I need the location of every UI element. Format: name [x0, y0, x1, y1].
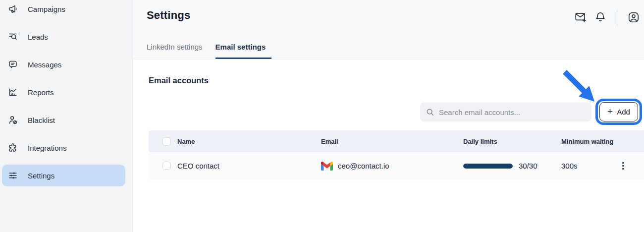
page-title: Settings [147, 9, 190, 22]
column-header-daily-limits: Daily limits [463, 138, 561, 145]
message-bubble-icon [8, 59, 18, 69]
puzzle-icon [8, 143, 18, 153]
sidebar-nav: Campaigns Leads Messages [0, 0, 132, 186]
add-email-account-button[interactable]: + Add [599, 102, 638, 121]
notifications-bell-icon[interactable] [594, 11, 607, 24]
account-name: CEO contact [177, 162, 321, 170]
profile-icon[interactable] [627, 11, 640, 24]
sidebar-item-leads[interactable]: Leads [2, 26, 125, 48]
megaphone-icon [8, 4, 18, 14]
settings-tabs: LinkedIn settings Email settings [147, 43, 271, 59]
search-icon [426, 108, 434, 116]
sidebar-item-reports[interactable]: Reports [2, 81, 125, 103]
sidebar-item-label: Settings [28, 172, 54, 180]
daily-limit-progress-fill [463, 164, 513, 169]
annotation-arrow [558, 69, 597, 104]
daily-limit-value: 30/30 [519, 162, 537, 170]
header-actions [574, 9, 640, 26]
sidebar-item-settings[interactable]: Settings [2, 165, 125, 186]
sidebar-item-campaigns[interactable]: Campaigns [2, 0, 125, 20]
sidebar-item-label: Leads [28, 33, 48, 41]
sidebar-item-label: Messages [28, 60, 61, 69]
select-all-checkbox[interactable] [162, 137, 171, 146]
sidebar-item-label: Integrations [28, 144, 66, 152]
gmail-icon [321, 162, 333, 171]
plus-icon: + [607, 107, 613, 116]
sidebar-item-messages[interactable]: Messages [2, 54, 125, 75]
search-input[interactable] [439, 108, 586, 116]
search-box [420, 103, 591, 121]
reports-chart-icon [8, 87, 18, 97]
tab-email-settings[interactable]: Email settings [215, 43, 272, 59]
sidebar: Campaigns Leads Messages [0, 0, 133, 232]
table-row: CEO contact ceo@contact.io 30/30 300s [149, 152, 644, 179]
sidebar-item-label: Blacklist [28, 116, 55, 124]
sidebar-item-label: Campaigns [28, 5, 65, 13]
sidebar-item-blacklist[interactable]: Blacklist [2, 109, 125, 131]
leads-search-icon [8, 32, 18, 42]
header-divider [617, 9, 617, 26]
sidebar-item-integrations[interactable]: Integrations [2, 137, 125, 159]
column-header-name: Name [177, 138, 321, 145]
add-button-label: Add [617, 108, 630, 116]
column-header-minimum-waiting: Minimum waiting [561, 138, 619, 145]
blocked-user-icon [8, 115, 18, 125]
sliders-icon [8, 171, 18, 180]
row-checkbox[interactable] [162, 162, 171, 170]
column-header-email: Email [321, 138, 463, 145]
tab-linkedin-settings[interactable]: LinkedIn settings [147, 43, 203, 59]
page-header: Settings LinkedIn settings Email setting… [133, 0, 644, 59]
minimum-waiting-value: 300s [561, 162, 619, 170]
email-settings-panel: Email accounts + Add Name Email Daily li… [133, 60, 644, 232]
row-menu-kebab-icon[interactable] [619, 162, 628, 170]
account-email: ceo@contact.io [338, 162, 389, 170]
sidebar-item-label: Reports [28, 88, 54, 97]
table-header-row: Name Email Daily limits Minimum waiting [149, 130, 644, 152]
daily-limit-progress [463, 164, 513, 169]
section-title: Email accounts [149, 76, 209, 85]
email-accounts-table: Name Email Daily limits Minimum waiting … [149, 130, 644, 179]
new-email-icon[interactable] [574, 11, 587, 24]
